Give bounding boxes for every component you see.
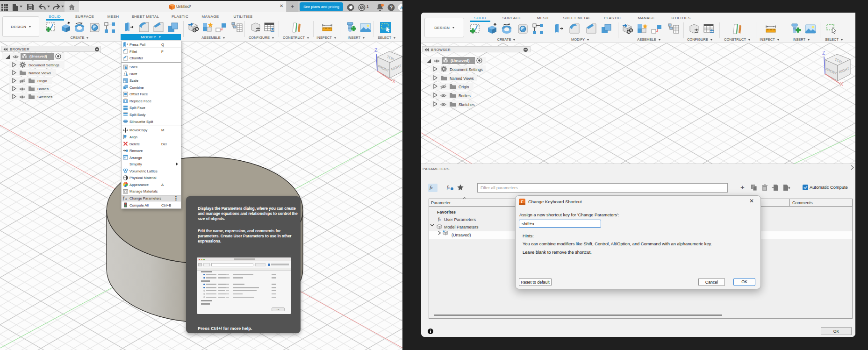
svg-text:x: x: [125, 197, 127, 200]
svg-text:?: ?: [390, 5, 393, 10]
svg-text:X: X: [840, 81, 843, 87]
svg-text:A: A: [400, 6, 402, 10]
svg-text:Z: Z: [374, 47, 378, 53]
svg-text:X: X: [392, 79, 395, 84]
svg-text:Z: Z: [822, 50, 825, 56]
svg-text:f: f: [123, 195, 125, 200]
svg-text:F: F: [521, 200, 524, 204]
